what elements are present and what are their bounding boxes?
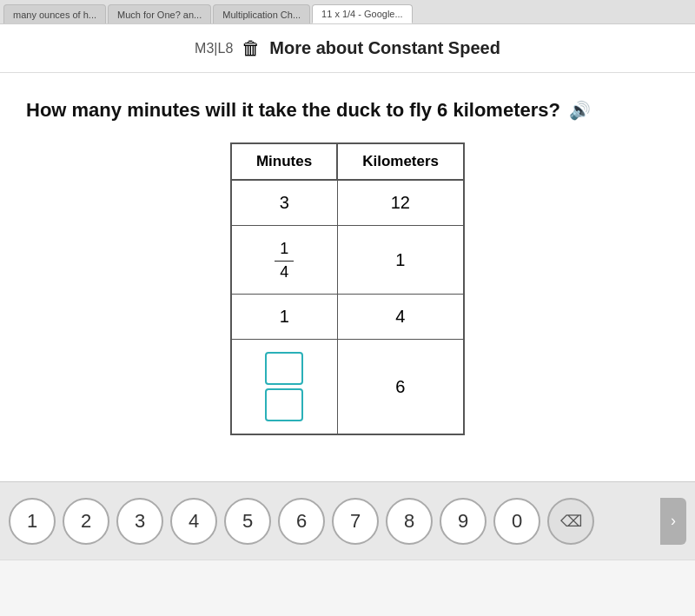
table-wrapper: Minutes Kilometers 3 12 1 4 [26,142,669,435]
fraction-1-4: 1 4 [275,240,294,282]
cell-minutes-2: 1 4 [231,226,337,295]
num-button-0[interactable]: 0 [493,498,540,545]
table-row: 6 [231,340,464,435]
cell-minutes-3: 1 [231,295,337,340]
number-pad: 1 2 3 4 5 6 7 8 9 0 ⌫ › [0,481,695,560]
question-text: How many minutes will it take the duck t… [26,99,591,122]
main-content: How many minutes will it take the duck t… [0,73,695,481]
cell-km-1: 12 [337,180,464,226]
num-button-4[interactable]: 4 [170,498,217,545]
tab-4[interactable]: 11 x 1/4 - Google... [312,4,413,23]
title-bar: M3|L8 🗑 More about Constant Speed [0,24,695,73]
num-button-8[interactable]: 8 [386,498,433,545]
denominator-input-box[interactable] [265,388,303,421]
table-row: 3 12 [231,180,464,226]
tab-2[interactable]: Much for One? an... [108,4,211,23]
lesson-code: M3|L8 [195,41,233,56]
numerator-input-box[interactable] [265,352,303,385]
num-button-5[interactable]: 5 [224,498,271,545]
num-button-3[interactable]: 3 [116,498,163,545]
num-button-9[interactable]: 9 [440,498,486,545]
backspace-button[interactable]: ⌫ [547,498,594,545]
tab-3[interactable]: Multiplication Ch... [213,4,310,23]
tab-1[interactable]: many ounces of h... [3,4,106,23]
browser-tabs-bar: many ounces of h... Much for One? an... … [0,0,695,24]
fraction-numerator: 1 [275,240,294,262]
num-button-6[interactable]: 6 [278,498,325,545]
lesson-icon: 🗑 [242,37,261,60]
speaker-icon[interactable]: 🔊 [569,100,591,121]
fraction-input [265,352,303,421]
fraction-denominator: 4 [280,262,288,282]
num-button-2[interactable]: 2 [63,498,109,545]
scroll-right-button[interactable]: › [660,498,686,545]
table-row: 1 4 1 [231,226,464,295]
header-minutes: Minutes [231,143,337,180]
cell-km-4: 6 [337,340,464,435]
num-button-1[interactable]: 1 [9,498,56,545]
cell-km-3: 4 [337,295,464,340]
lesson-title: More about Constant Speed [269,38,500,58]
cell-km-2: 1 [337,226,464,295]
cell-minutes-1: 3 [231,180,337,226]
data-table: Minutes Kilometers 3 12 1 4 [230,142,465,435]
bottom-area [0,560,695,616]
cell-minutes-4 [231,340,337,435]
table-header-row: Minutes Kilometers [231,143,464,180]
num-button-7[interactable]: 7 [332,498,379,545]
table-row: 1 4 [231,295,464,340]
header-kilometers: Kilometers [337,143,464,180]
